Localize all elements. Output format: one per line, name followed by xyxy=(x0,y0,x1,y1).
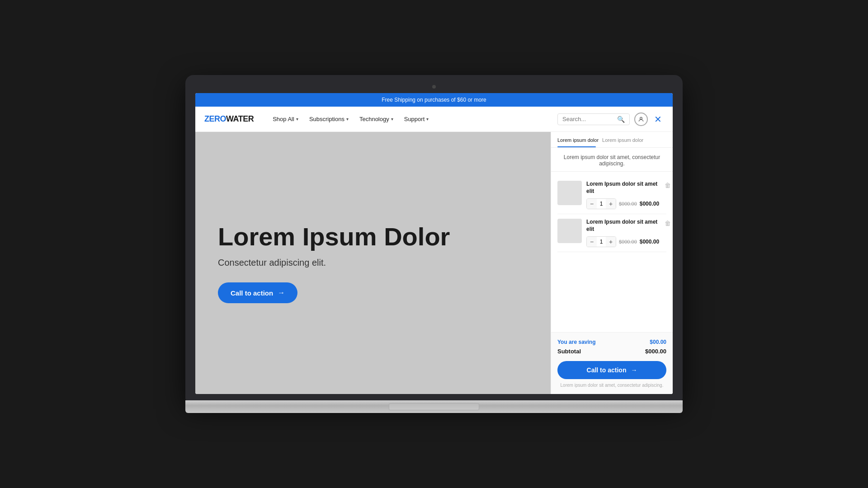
item-name: Lorem Ipsum dolor sit amet elit xyxy=(586,181,659,195)
footer-note: Lorem ipsum dolor sit amet, consectetur … xyxy=(557,383,666,388)
cart-panel: Lorem ipsum dolor Lorem ipsum dolor Lore… xyxy=(551,132,673,394)
nav-shop-all[interactable]: Shop All ▾ xyxy=(268,113,303,125)
arrow-right-icon: → xyxy=(631,366,637,374)
screen: Free Shipping on purchases of $60 or mor… xyxy=(195,93,673,394)
cart-tab-2[interactable]: Lorem ipsum dolor xyxy=(602,137,643,147)
savings-label: You are saving xyxy=(557,339,595,345)
subtotal-label: Subtotal xyxy=(557,348,581,355)
product-image xyxy=(557,219,582,243)
item-details: Lorem Ipsum dolor sit amet elit − 1 + $0… xyxy=(586,219,659,247)
hero-subtitle: Consectetur adipiscing elit. xyxy=(218,258,528,268)
logo-zero: ZERO xyxy=(204,114,226,124)
price-original: $000.00 xyxy=(619,201,637,206)
search-input[interactable] xyxy=(562,116,614,122)
hero-cta-label: Call to action xyxy=(231,289,273,297)
checkout-label: Call to action xyxy=(587,366,627,374)
camera xyxy=(432,85,436,89)
nav-subscriptions[interactable]: Subscriptions ▾ xyxy=(305,113,353,125)
savings-row: You are saving $00.00 xyxy=(557,339,666,345)
qty-control: − 1 + xyxy=(586,236,616,247)
header-actions: 🔍 ✕ xyxy=(557,113,664,126)
cart-description: Lorem ipsum dolor sit amet, consectetur … xyxy=(551,148,673,172)
main-nav: Shop All ▾ Subscriptions ▾ Technology ▾ … xyxy=(268,113,557,125)
cart-tabs: Lorem ipsum dolor Lorem ipsum dolor xyxy=(551,132,673,148)
laptop-base xyxy=(185,400,683,413)
hero-title: Lorem Ipsum Dolor xyxy=(218,223,528,251)
banner-text: Free Shipping on purchases of $60 or mor… xyxy=(382,97,486,103)
arrow-right-icon: → xyxy=(278,289,285,297)
main-layout: Lorem Ipsum Dolor Consectetur adipiscing… xyxy=(195,132,673,394)
qty-control: − 1 + xyxy=(586,198,616,209)
delete-item-button[interactable]: 🗑 xyxy=(664,181,672,190)
price-original: $000.00 xyxy=(619,239,637,244)
chevron-down-icon: ▾ xyxy=(346,117,349,122)
subtotal-value: $000.00 xyxy=(645,348,666,355)
search-icon: 🔍 xyxy=(617,116,625,123)
user-icon[interactable] xyxy=(634,113,648,126)
chevron-down-icon: ▾ xyxy=(391,117,393,122)
logo-water: WATER xyxy=(226,114,254,124)
product-image xyxy=(557,181,582,205)
item-name: Lorem Ipsum dolor sit amet elit xyxy=(586,219,659,233)
cart-item: Lorem Ipsum dolor sit amet elit − 1 + $0… xyxy=(557,214,666,252)
cart-tab-1[interactable]: Lorem ipsum dolor xyxy=(557,137,599,147)
close-icon[interactable]: ✕ xyxy=(652,113,664,126)
chevron-down-icon: ▾ xyxy=(426,117,429,122)
item-controls-row: − 1 + $000.00 $000.00 xyxy=(586,198,659,209)
delete-item-button[interactable]: 🗑 xyxy=(664,219,672,228)
cart-item: Lorem Ipsum dolor sit amet elit − 1 + $0… xyxy=(557,176,666,214)
price-current: $000.00 xyxy=(640,239,659,245)
subtotal-row: Subtotal $000.00 xyxy=(557,348,666,355)
hero-cta-button[interactable]: Call to action → xyxy=(218,282,297,303)
qty-value: 1 xyxy=(597,201,606,207)
cart-footer: You are saving $00.00 Subtotal $000.00 C… xyxy=(551,332,673,394)
logo: ZEROWATER xyxy=(204,114,254,124)
hero-section: Lorem Ipsum Dolor Consectetur adipiscing… xyxy=(195,132,551,394)
qty-increase-button[interactable]: + xyxy=(606,237,616,247)
item-controls-row: − 1 + $000.00 $000.00 xyxy=(586,236,659,247)
nav-technology[interactable]: Technology ▾ xyxy=(355,113,398,125)
chevron-down-icon: ▾ xyxy=(296,117,298,122)
trackpad xyxy=(389,403,479,410)
price-current: $000.00 xyxy=(640,201,659,207)
laptop-container: Free Shipping on purchases of $60 or mor… xyxy=(185,75,683,413)
svg-point-0 xyxy=(640,117,642,119)
screen-bezel: Free Shipping on purchases of $60 or mor… xyxy=(185,75,683,400)
checkout-button[interactable]: Call to action → xyxy=(557,361,666,379)
qty-increase-button[interactable]: + xyxy=(606,199,616,209)
site-header: ZEROWATER Shop All ▾ Subscriptions ▾ Tec… xyxy=(195,107,673,132)
savings-value: $00.00 xyxy=(650,339,666,345)
qty-decrease-button[interactable]: − xyxy=(587,237,597,247)
tab-underline xyxy=(557,146,596,147)
qty-value: 1 xyxy=(597,239,606,245)
promo-banner: Free Shipping on purchases of $60 or mor… xyxy=(195,93,673,107)
search-box[interactable]: 🔍 xyxy=(557,113,630,125)
item-details: Lorem Ipsum dolor sit amet elit − 1 + $0… xyxy=(586,181,659,209)
nav-support[interactable]: Support ▾ xyxy=(400,113,434,125)
cart-items-list: Lorem Ipsum dolor sit amet elit − 1 + $0… xyxy=(551,172,673,332)
qty-decrease-button[interactable]: − xyxy=(587,199,597,209)
